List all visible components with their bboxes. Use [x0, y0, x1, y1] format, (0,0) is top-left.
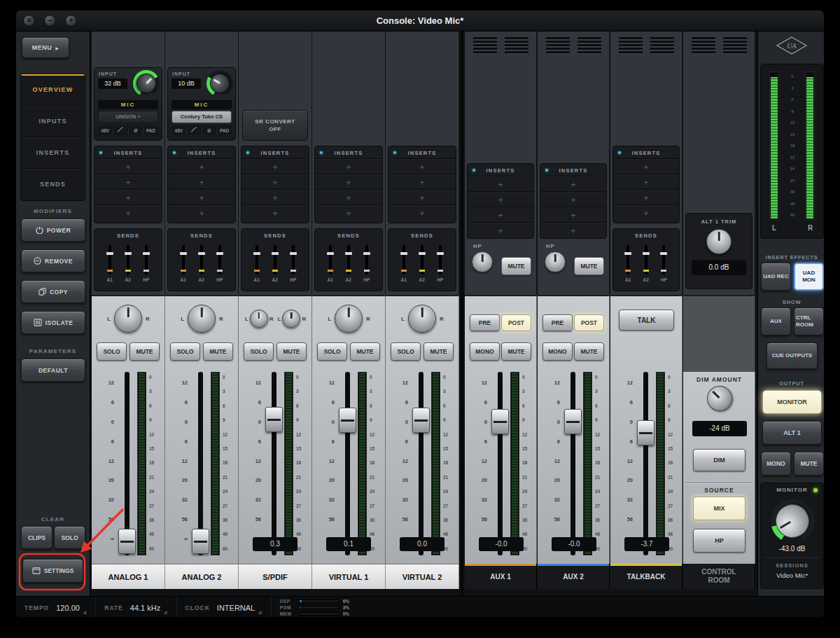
fader-handle[interactable]	[192, 529, 209, 554]
insert-slot[interactable]: +	[388, 159, 456, 174]
send-fader-a1[interactable]: A1	[181, 245, 186, 282]
send-fader-a1[interactable]: A1	[625, 245, 631, 282]
clock-adjust-handle[interactable]: ◢	[258, 609, 262, 615]
channel-label[interactable]: S/PDIF	[239, 564, 312, 589]
fader-track[interactable]	[345, 372, 350, 555]
solo-button[interactable]: SOLO	[97, 342, 127, 361]
tempo-adjust-handle[interactable]: ◢	[83, 609, 87, 615]
unison-insert-slot[interactable]: UNISON +	[98, 111, 158, 123]
sr-convert-button[interactable]: SR CONVERT OFF	[242, 110, 308, 141]
send-fader-track[interactable]	[218, 245, 221, 275]
sidebar-item-overview[interactable]: OVERVIEW	[21, 74, 85, 106]
send-fader-hp[interactable]: HP	[437, 245, 443, 282]
send-fader-track[interactable]	[108, 245, 111, 275]
insert-slot[interactable]: +	[540, 207, 606, 223]
send-fader-a2[interactable]: A2	[272, 245, 277, 282]
input-gain-knob[interactable]	[132, 69, 160, 97]
solo-button[interactable]: SOLO	[317, 342, 347, 361]
mute-button[interactable]: MUTE	[276, 342, 307, 361]
insert-slot[interactable]: +	[94, 190, 162, 205]
insert-slot[interactable]: +	[94, 205, 162, 221]
insert-slot[interactable]: +	[388, 205, 456, 221]
channel-label[interactable]: ANALOG 2	[165, 564, 239, 589]
insert-slot[interactable]: +	[168, 159, 235, 174]
output-alt1-button[interactable]: ALT 1	[762, 421, 822, 445]
send-fader-track[interactable]	[182, 245, 185, 275]
session-name[interactable]: Video Mic*	[761, 571, 823, 579]
send-fader-track[interactable]	[365, 245, 368, 275]
fader-handle[interactable]	[412, 408, 430, 433]
insert-slot[interactable]: +	[613, 174, 679, 190]
alt1-trim-knob[interactable]	[706, 229, 732, 254]
sidebar-item-sends[interactable]: SENDS	[21, 169, 85, 200]
send-fader-a2[interactable]: A2	[345, 245, 351, 282]
aux-label[interactable]: AUX 1	[465, 564, 537, 589]
fader-track[interactable]	[570, 372, 575, 555]
post-button[interactable]: POST	[501, 314, 531, 331]
pre-button[interactable]: PRE	[470, 314, 500, 331]
insert-slot[interactable]: +	[540, 192, 606, 207]
mono-button[interactable]: MONO	[542, 342, 573, 361]
input-gain-knob[interactable]	[206, 70, 233, 97]
insert-slot[interactable]: +	[388, 174, 456, 190]
minimize-button[interactable]: −	[44, 15, 56, 27]
show-ctrl-room-button[interactable]: CTRL ROOM	[794, 307, 824, 335]
pan-knob-right[interactable]	[282, 310, 300, 328]
fader-track[interactable]	[643, 372, 648, 555]
fader-handle[interactable]	[564, 409, 582, 434]
insert-slot[interactable]: +	[241, 159, 309, 174]
pre-button[interactable]: PRE	[542, 314, 573, 331]
solo-button[interactable]: SOLO	[391, 342, 421, 361]
insert-slot[interactable]: +	[241, 190, 309, 205]
default-button[interactable]: DEFAULT	[21, 359, 85, 382]
send-fader-track[interactable]	[292, 245, 295, 275]
fader-handle[interactable]	[491, 409, 509, 434]
channel-label[interactable]: VIRTUAL 1	[312, 564, 386, 589]
phase-button[interactable]: Ø	[128, 126, 144, 135]
insert-slot[interactable]: +	[241, 205, 309, 221]
insert-slot[interactable]: +	[540, 176, 606, 192]
lowcut-filter-button[interactable]	[186, 126, 202, 135]
send-fader-a2[interactable]: A2	[125, 245, 130, 282]
pad-button[interactable]: PAD	[216, 126, 232, 135]
send-fader-track[interactable]	[274, 245, 276, 275]
insert-slot[interactable]: +	[94, 159, 162, 174]
pan-knob[interactable]	[188, 305, 216, 333]
send-fader-track[interactable]	[329, 245, 332, 275]
hp-send-knob[interactable]	[472, 251, 493, 272]
mute-button[interactable]: MUTE	[574, 342, 604, 361]
channel-label[interactable]: VIRTUAL 2	[386, 564, 459, 589]
pad-button[interactable]: PAD	[143, 126, 158, 135]
copy-button[interactable]: COPY	[21, 280, 85, 303]
menu-button[interactable]: MENU ▶	[22, 37, 69, 58]
isolate-button[interactable]: ISOLATE	[21, 311, 85, 334]
monitor-level-knob[interactable]	[769, 498, 816, 544]
send-fader-hp[interactable]: HP	[363, 245, 370, 282]
send-fader-track[interactable]	[145, 245, 148, 275]
uad-mon-button[interactable]: UAD MON	[794, 263, 824, 291]
talkback-label[interactable]: TALKBACK	[610, 564, 682, 589]
send-fader-track[interactable]	[421, 245, 424, 275]
insert-slot[interactable]: +	[315, 174, 382, 190]
mute-button[interactable]: MUTE	[203, 342, 233, 361]
close-button[interactable]: ×	[23, 15, 35, 27]
insert-slot[interactable]: +	[468, 192, 533, 207]
clock-value[interactable]: INTERNAL	[217, 604, 255, 612]
send-fader-track[interactable]	[347, 245, 350, 275]
show-aux-button[interactable]: AUX	[761, 307, 791, 335]
talk-button[interactable]: TALK	[619, 310, 674, 331]
insert-slot[interactable]: +	[468, 223, 533, 238]
insert-slot[interactable]: +	[388, 190, 456, 205]
pan-knob[interactable]	[114, 305, 142, 333]
tempo-value[interactable]: 120.00	[56, 604, 80, 612]
solo-button[interactable]: SOLO	[244, 342, 274, 361]
hp-mute-button[interactable]: MUTE	[501, 257, 531, 275]
insert-slot[interactable]: +	[94, 174, 162, 190]
send-fader-a1[interactable]: A1	[328, 245, 333, 282]
send-fader-hp[interactable]: HP	[290, 245, 296, 282]
hp-mute-button[interactable]: MUTE	[574, 257, 604, 275]
insert-slot[interactable]: +	[241, 174, 309, 190]
uad-rec-button[interactable]: UAD REC	[761, 263, 791, 291]
pan-knob[interactable]	[408, 305, 436, 333]
send-fader-track[interactable]	[255, 245, 258, 275]
